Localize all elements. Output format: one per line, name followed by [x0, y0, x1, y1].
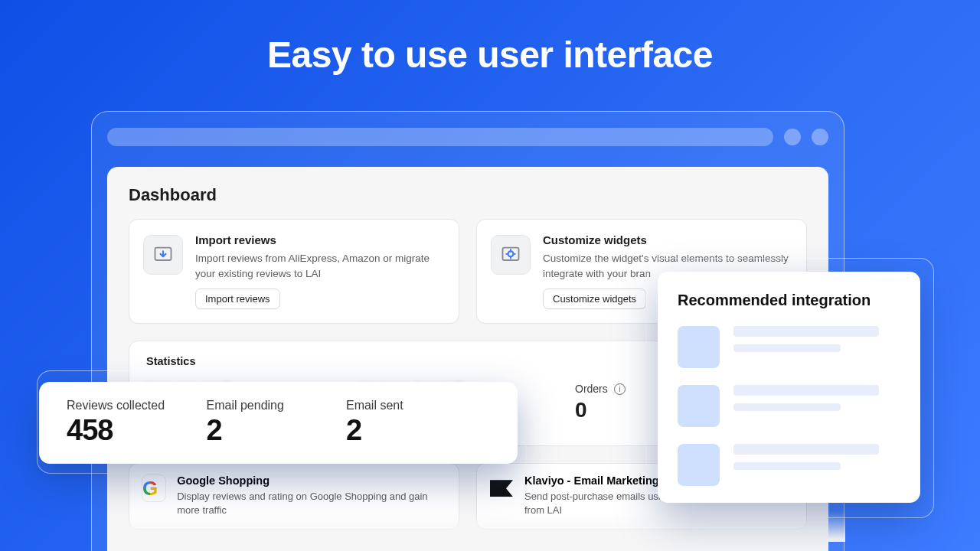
svg-point-2: [508, 251, 514, 256]
placeholder-icon: [678, 444, 720, 486]
recommended-item[interactable]: [678, 444, 900, 486]
integration-title: Google Shopping: [177, 474, 446, 487]
float-stat-value: 2: [206, 414, 345, 447]
integration-google-shopping[interactable]: G Google Shopping Display reviews and ra…: [129, 463, 459, 529]
customize-widgets-button[interactable]: Customize widgets: [543, 289, 646, 309]
klaviyo-icon: [489, 474, 514, 502]
url-bar[interactable]: [107, 128, 773, 146]
integration-desc: Display reviews and rating on Google Sho…: [177, 490, 446, 517]
card-desc: Import reviews from AliExpress, Amazon o…: [195, 251, 445, 281]
page-headline: Easy to use user interface: [0, 0, 980, 76]
google-icon: G: [142, 474, 166, 502]
recommended-item[interactable]: [678, 385, 900, 427]
info-icon[interactable]: i: [614, 383, 626, 395]
recommended-item[interactable]: [678, 326, 900, 368]
float-stat-label: Reviews collected: [67, 399, 206, 412]
import-reviews-button[interactable]: Import reviews: [195, 289, 280, 309]
card-title: Customize widgets: [543, 233, 792, 246]
float-stat-value: 458: [67, 414, 206, 447]
window-control-icon[interactable]: [812, 129, 828, 145]
float-stat-label: Email pending: [206, 399, 345, 412]
float-stat-value: 2: [346, 414, 485, 447]
placeholder-icon: [678, 326, 720, 368]
dashboard-title: Dashboard: [129, 185, 807, 205]
recommended-integration-title: Recommended integration: [678, 292, 900, 309]
float-stat-label: Email sent: [346, 399, 485, 412]
widget-icon: [491, 235, 531, 275]
card-title: Import reviews: [195, 233, 445, 246]
float-stats-card: Reviews collected 458 Email pending 2 Em…: [39, 382, 518, 464]
recommended-integration-card: Recommended integration: [658, 272, 920, 503]
import-reviews-card: Import reviews Import reviews from AliEx…: [129, 219, 459, 324]
window-control-icon[interactable]: [784, 129, 801, 145]
placeholder-icon: [678, 385, 720, 427]
import-icon: [143, 235, 183, 275]
